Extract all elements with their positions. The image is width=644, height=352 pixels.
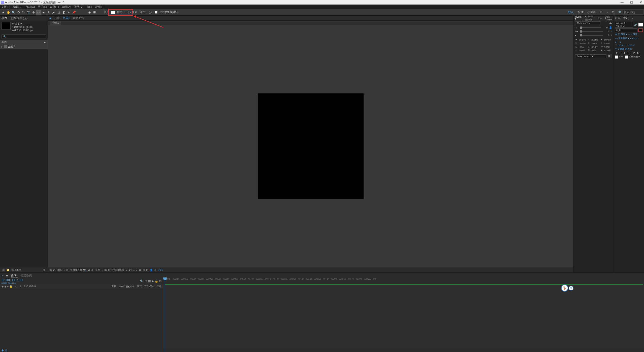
v3-icon[interactable]: ⊡: [146, 269, 148, 271]
slider1[interactable]: [580, 27, 601, 28]
menu-layer[interactable]: 图层(L): [38, 5, 47, 9]
layer-list[interactable]: [0, 289, 163, 349]
quality-dd[interactable]: 完整: [95, 268, 100, 272]
composition-canvas[interactable]: [258, 93, 364, 199]
tl-search-icon[interactable]: 🔍: [140, 279, 144, 283]
bezier-checkbox[interactable]: [155, 11, 157, 14]
timeline-ruler[interactable]: 1:00f00010000200003000040000500006000070…: [163, 278, 644, 284]
orbit-tool[interactable]: ⟲: [16, 10, 21, 15]
baseline[interactable]: Aª 0 像素: [615, 47, 624, 51]
views-dd[interactable]: 1个...: [128, 268, 135, 272]
eyedropper-icon[interactable]: 💉: [634, 23, 637, 26]
current-timecode[interactable]: 0:00:00:00: [2, 278, 23, 282]
tab-character[interactable]: 字符: [623, 16, 628, 20]
reset-icon[interactable]: ⚙: [91, 269, 93, 271]
bold-button[interactable]: T: [615, 51, 618, 55]
tab-timeline-comp[interactable]: 合成1: [11, 273, 18, 277]
menu-help[interactable]: 帮助(H): [95, 5, 104, 9]
folder-icon[interactable]: 📁: [6, 268, 10, 272]
slider3[interactable]: [580, 35, 603, 36]
excite-button[interactable]: ✚EXCITE: [575, 38, 587, 42]
text-fill-color[interactable]: [638, 23, 643, 26]
col-num[interactable]: #: [20, 285, 21, 288]
tl-icon4[interactable]: 🔒: [155, 279, 158, 283]
tab-motion2[interactable]: Motion 2: [575, 15, 582, 21]
menu-view[interactable]: 视图(V): [74, 5, 83, 9]
status-icon2[interactable]: ⊡: [5, 349, 7, 352]
font-size[interactable]: τT 36 像素 ▾: [615, 33, 627, 36]
clone-button[interactable]: ⎘CLONE: [575, 42, 587, 45]
camera-tool[interactable]: 📷: [26, 10, 31, 15]
search-help-input[interactable]: [623, 10, 643, 14]
project-item[interactable]: ▸ 合成 1: [0, 44, 48, 49]
camera-dd[interactable]: 活动摄像机: [112, 268, 124, 272]
tracking[interactable]: VA 400: [630, 37, 637, 40]
menu-edit[interactable]: 编辑(E): [13, 5, 22, 9]
menu-file[interactable]: 文件(F): [1, 5, 10, 9]
col-label[interactable]: 🏷: [15, 285, 17, 288]
tl-icon3[interactable]: ◈: [152, 279, 154, 283]
col-source[interactable]: # 图层名称: [24, 285, 36, 288]
tab-render-queue[interactable]: 渲染队列: [21, 274, 32, 277]
tl-icon1[interactable]: ⬡: [145, 279, 147, 283]
exposure-display[interactable]: +0.0: [158, 269, 163, 271]
maximize-button[interactable]: ▢: [629, 1, 634, 4]
null-button[interactable]: ▢NULL: [575, 45, 587, 49]
zoom-tool[interactable]: 🔍: [11, 10, 16, 15]
zoom-dd[interactable]: 50%: [57, 269, 62, 271]
timecode-display[interactable]: 0:00:00: [73, 269, 82, 271]
leading[interactable]: ☆ -- 像素: [628, 33, 637, 36]
orbit-button[interactable]: ◯ORBIT: [587, 45, 600, 49]
minimize-button[interactable]: —: [620, 1, 625, 4]
workspace-more[interactable]: »: [606, 11, 608, 14]
tl-toggle-icon[interactable]: ×: [2, 274, 3, 277]
task-delete-icon[interactable]: 🗑: [608, 54, 612, 58]
font-family-dd[interactable]: Microsoft YaHei UI: [615, 22, 633, 28]
selection-tool[interactable]: ▸: [1, 10, 6, 15]
snap-icon[interactable]: ◈: [87, 10, 92, 15]
col-name[interactable]: 名称: [2, 40, 7, 44]
hand-tool[interactable]: ✋: [6, 10, 11, 15]
v5-icon[interactable]: ⚙: [154, 269, 156, 271]
workspace-standard[interactable]: 标准: [578, 10, 583, 14]
jump-button[interactable]: ⤴JUMP: [587, 42, 600, 45]
motion-preset-dd[interactable]: Motion v2 ▾: [575, 21, 600, 25]
hyphen-checkbox[interactable]: [615, 55, 618, 59]
task-launch-dd[interactable]: Task Launch ▾: [575, 54, 606, 58]
tab-paragraph[interactable]: 段落: [615, 16, 620, 20]
tab-duik[interactable]: Duik Bassel: [605, 15, 613, 21]
stare-button[interactable]: ◉STARE: [600, 49, 613, 52]
allcaps-button[interactable]: TT: [623, 51, 627, 55]
workspace-library[interactable]: 库: [600, 10, 602, 14]
guides-btn[interactable]: ⊞: [108, 269, 110, 271]
kerning[interactable]: VA 度量标准▾: [615, 37, 629, 40]
magnify-icon[interactable]: ▦: [49, 269, 52, 271]
slider2[interactable]: [580, 31, 603, 32]
superscript-button[interactable]: T¹: [632, 51, 635, 55]
col-av[interactable]: ◉ ◈ ● 🔒: [2, 285, 12, 288]
vscale[interactable]: IT 100 % ▾: [615, 44, 626, 47]
tab-project[interactable]: 项目: [2, 16, 7, 20]
v4-icon[interactable]: 👤: [150, 269, 153, 271]
playhead[interactable]: [165, 278, 165, 352]
menu-effect[interactable]: 效果(T): [50, 5, 59, 9]
subscript-button[interactable]: T₁: [636, 51, 640, 55]
tab-flow[interactable]: Flow: [597, 17, 602, 20]
col-parent[interactable]: 父级: [157, 285, 162, 288]
tab-layer[interactable]: 素材 (无): [73, 16, 84, 20]
col-trkmat[interactable]: T TrkMat: [144, 285, 154, 288]
tl-icon2[interactable]: ▦: [148, 279, 151, 283]
name-button[interactable]: ✎NAME: [600, 42, 613, 45]
project-search-input[interactable]: [2, 34, 46, 39]
text-tool[interactable]: T: [46, 10, 51, 15]
rectangle-tool[interactable]: ▭: [36, 10, 41, 15]
interp-icon[interactable]: ▦: [2, 268, 5, 272]
col-mode[interactable]: 模式: [137, 285, 142, 288]
workspace-small[interactable]: 小屏幕: [587, 10, 596, 14]
font-style-dd[interactable]: Light: [615, 28, 637, 32]
bpc-label[interactable]: 8 bpc: [15, 269, 21, 271]
rope-button[interactable]: 〰ROPE: [600, 45, 613, 49]
collapse-icon[interactable]: ▸: [2, 45, 3, 48]
pan-behind-tool[interactable]: ⊕: [31, 10, 36, 15]
grid-icon[interactable]: ⊞: [92, 10, 97, 15]
